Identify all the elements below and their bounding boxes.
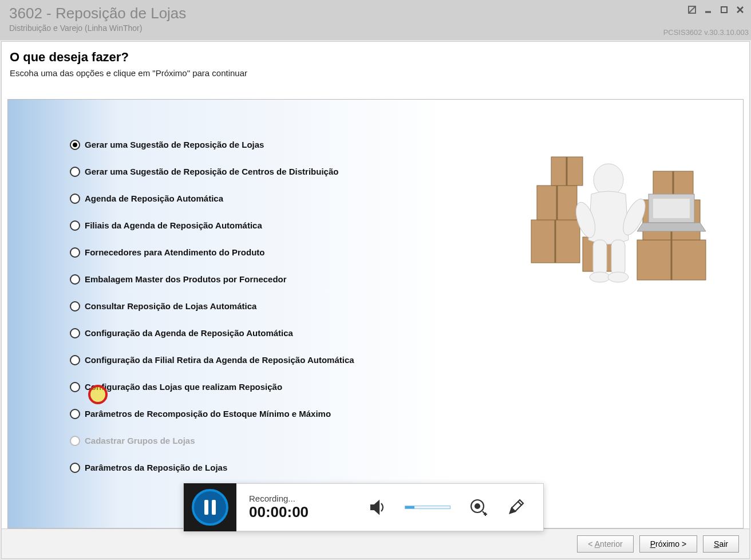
pencil-icon[interactable] (505, 497, 526, 518)
svg-point-28 (590, 272, 610, 282)
boxes-illustration (528, 154, 712, 297)
option-label: Configuração da Filial Retira da Agenda … (85, 355, 354, 365)
recording-label: Recording... (249, 494, 309, 503)
svg-line-1 (689, 6, 695, 13)
radio-icon[interactable] (70, 301, 80, 311)
svg-line-35 (518, 502, 521, 505)
wizard-footer: < Anterior Próximo > Sair (2, 529, 749, 558)
recorder-controls (367, 497, 543, 518)
prev-rest: nterior (600, 539, 623, 549)
close-icon[interactable] (735, 5, 745, 15)
maximize-icon[interactable] (719, 5, 729, 15)
option-label: Embalagem Master dos Produtos por Fornec… (85, 274, 287, 284)
previous-button[interactable]: < Anterior (577, 535, 633, 553)
option-label: Parâmetros da Reposição de Lojas (85, 463, 227, 472)
screen-recorder-toolbar[interactable]: Recording... 00:00:00 (183, 483, 544, 531)
option-row-12[interactable]: Parâmetros da Reposição de Lojas (70, 454, 743, 481)
prev-hotkey: A (595, 539, 600, 549)
pause-icon (204, 500, 216, 515)
main-panel: Gerar uma Sugestão de Reposição de Lojas… (7, 99, 744, 529)
option-row-9[interactable]: Configuração das Lojas que realizam Repo… (70, 373, 743, 400)
help-icon[interactable] (687, 5, 697, 15)
next-hotkey: P (650, 539, 655, 549)
recorder-pause-area (184, 483, 236, 531)
svg-point-29 (608, 272, 629, 282)
page-question: O que deseja fazer? (10, 50, 741, 65)
exit-button[interactable]: Sair (703, 535, 739, 553)
app-version: PCSIS3602 v.30.3.10.003 (663, 28, 749, 37)
svg-point-31 (475, 504, 480, 508)
option-row-11: Cadastrar Grupos de Lojas (70, 427, 743, 454)
volume-icon[interactable] (367, 497, 388, 518)
radio-icon (70, 436, 80, 446)
page-instruction: Escoha uma das opções e clique em "Próxi… (10, 68, 741, 78)
radio-icon[interactable] (70, 194, 80, 204)
svg-rect-27 (611, 240, 625, 275)
radio-icon[interactable] (70, 167, 80, 177)
option-label: Consultar Reposição de Lojas Automática (85, 301, 256, 311)
svg-marker-22 (637, 223, 706, 231)
svg-rect-3 (721, 7, 727, 13)
volume-meter (405, 506, 450, 509)
option-label: Fornecedores para Atendimento do Produto (85, 247, 264, 257)
minimize-icon[interactable] (703, 5, 713, 15)
recording-timer: 00:00:00 (249, 503, 309, 521)
window-title: 3602 - Reposição de Lojas (9, 5, 742, 22)
option-label: Gerar uma Sugestão de Reposição de Lojas (85, 140, 264, 149)
option-row-7[interactable]: Configuração da Agenda de Reposição Auto… (70, 320, 743, 346)
option-label: Cadastrar Grupos de Lojas (85, 436, 195, 445)
option-label: Gerar uma Sugestão de Reposição de Centr… (85, 167, 338, 176)
option-label: Configuração da Agenda de Reposição Auto… (85, 328, 293, 338)
exit-rest: air (719, 539, 728, 549)
option-row-8[interactable]: Configuração da Filial Retira da Agenda … (70, 346, 743, 373)
next-button[interactable]: Próximo > (639, 535, 697, 553)
radio-icon[interactable] (70, 220, 80, 231)
radio-icon[interactable] (70, 140, 80, 150)
window-subtitle: Distribuição e Varejo (Linha WinThor) (9, 23, 742, 33)
window-controls (687, 5, 745, 15)
svg-rect-21 (653, 199, 690, 218)
heading-area: O que deseja fazer? Escoha uma das opçõe… (2, 42, 749, 89)
radio-icon[interactable] (70, 355, 80, 365)
radio-icon[interactable] (70, 409, 80, 419)
option-row-10[interactable]: Parâmetros de Recomposição do Estoque Mí… (70, 400, 743, 427)
option-label: Configuração das Lojas que realizam Repo… (85, 382, 282, 392)
svg-rect-26 (593, 240, 607, 275)
radio-icon[interactable] (70, 382, 80, 392)
option-label: Parâmetros de Recomposição do Estoque Mí… (85, 409, 331, 419)
radio-icon[interactable] (70, 274, 80, 285)
window-titlebar: 3602 - Reposição de Lojas Distribuição e… (0, 0, 751, 40)
option-label: Filiais da Agenda de Reposição Automátic… (85, 220, 262, 230)
webcam-icon[interactable] (468, 497, 488, 518)
option-label: Agenda de Reposição Automática (85, 194, 223, 203)
radio-icon[interactable] (70, 328, 80, 338)
recorder-info: Recording... 00:00:00 (236, 494, 321, 521)
pause-button[interactable] (192, 489, 228, 526)
content-frame: O que deseja fazer? Escoha uma das opçõe… (1, 41, 750, 559)
prev-prefix: < (588, 539, 594, 549)
radio-icon[interactable] (70, 247, 80, 258)
next-rest: róximo > (655, 539, 686, 549)
radio-icon[interactable] (70, 463, 80, 473)
